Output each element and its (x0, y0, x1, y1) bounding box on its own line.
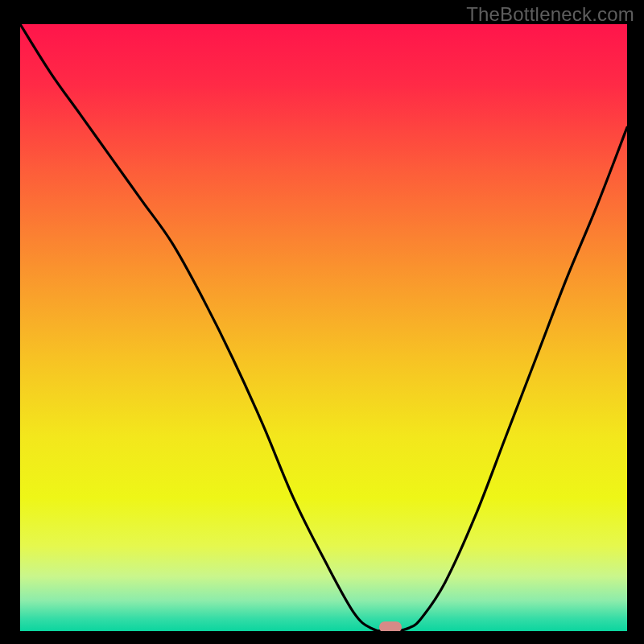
chart-frame: TheBottleneck.com (0, 0, 644, 644)
optimal-point-marker (379, 621, 402, 631)
plot-area (20, 24, 627, 631)
watermark-text: TheBottleneck.com (466, 3, 634, 26)
bottleneck-curve (20, 24, 627, 631)
